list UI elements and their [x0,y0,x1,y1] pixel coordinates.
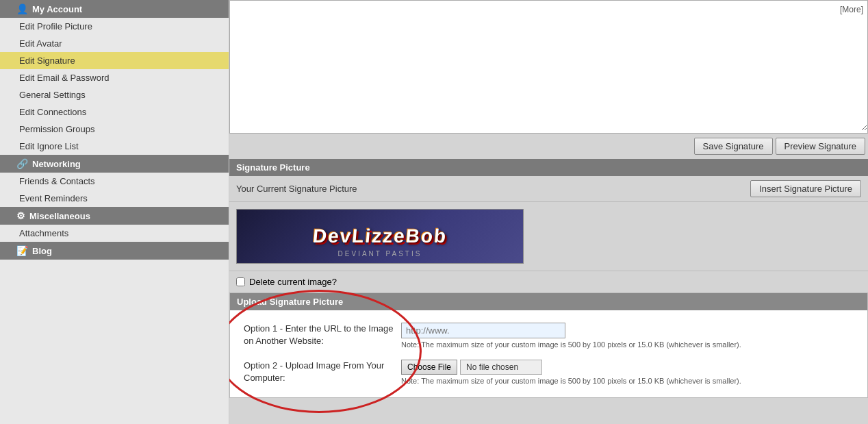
account-icon: 👤 [16,3,28,14]
sidebar-section-blog: 📝Blog [0,242,229,260]
signature-image: DevLizzeBob Deviant Pastis [236,209,524,264]
sidebar-item-edit-ignore-list[interactable]: Edit Ignore List [0,138,229,155]
sidebar-section-label-account: My Account [32,4,82,14]
upload-url-input[interactable] [401,323,565,338]
signature-picture-header: Signature Picture [229,159,868,176]
sidebar-item-attachments[interactable]: Attachments [0,225,229,242]
signature-image-area: DevLizzeBob Deviant Pastis [229,202,868,271]
miscellaneous-icon: ⚙ [16,210,25,221]
sidebar-item-event-reminders[interactable]: Event Reminders [0,190,229,207]
current-picture-row: Your Current Signature Picture Insert Si… [229,176,868,202]
current-picture-label: Your Current Signature Picture [236,184,357,194]
save-signature-button[interactable]: Save Signature [694,138,773,155]
delete-image-row: Delete current image? [229,271,868,292]
delete-image-label[interactable]: Delete current image? [249,277,337,287]
sidebar-item-edit-profile-picture[interactable]: Edit Profile Picture [0,18,229,35]
upload-option1-note: Note: The maximum size of your custom im… [401,340,854,349]
sig-image-subtitle: Deviant Pastis [338,250,422,258]
upload-option2-note: Note: The maximum size of your custom im… [401,377,854,385]
insert-signature-picture-button[interactable]: Insert Signature Picture [750,180,861,197]
sidebar-item-friends-contacts[interactable]: Friends & Contacts [0,173,229,190]
upload-option1-control: Note: The maximum size of your custom im… [401,323,854,349]
upload-option2-control: Choose File No file chosen Note: The max… [401,360,854,385]
upload-option2-label: Option 2 - Upload Image From Your Comput… [244,360,394,384]
upload-section-title: Upload Signature Picture [237,297,343,307]
main-content: [More] Save Signature Preview Signature … [229,0,868,424]
upload-option1-label: Option 1 - Enter the URL to the Image on… [244,323,394,347]
upload-option1-row: Option 1 - Enter the URL to the Image on… [244,317,854,354]
sidebar-item-general-settings[interactable]: General Settings [0,86,229,103]
networking-icon: 🔗 [16,158,28,169]
signature-picture-title: Signature Picture [236,162,310,173]
sidebar-section-label-networking: Networking [32,159,81,169]
signature-picture-section: Signature Picture Your Current Signature… [229,159,868,292]
sidebar-item-permission-groups[interactable]: Permission Groups [0,121,229,138]
more-link[interactable]: [More] [840,5,863,14]
file-upload-row: Choose File No file chosen [401,360,854,375]
choose-file-button[interactable]: Choose File [401,360,457,375]
sidebar-item-edit-signature[interactable]: Edit Signature [0,52,229,69]
blog-icon: 📝 [16,245,28,256]
sidebar-section-label-blog: Blog [32,246,52,256]
delete-image-checkbox[interactable] [236,277,245,286]
sidebar-section-miscellaneous: ⚙Miscellaneous [0,207,229,225]
sidebar-item-edit-avatar[interactable]: Edit Avatar [0,35,229,52]
sidebar-section-account: 👤My Account [0,0,229,18]
upload-options-wrapper: Option 1 - Enter the URL to the Image on… [230,310,867,397]
upload-section-header: Upload Signature Picture [230,293,867,310]
preview-signature-button[interactable]: Preview Signature [776,138,866,155]
action-buttons-row: Save Signature Preview Signature [229,134,868,159]
signature-textarea[interactable] [230,1,867,131]
upload-section: Upload Signature Picture Option 1 - Ente… [229,292,868,398]
file-name-display: No file chosen [460,360,542,375]
sidebar-item-edit-email-password[interactable]: Edit Email & Password [0,69,229,86]
sidebar-item-edit-connections[interactable]: Edit Connections [0,103,229,121]
sidebar-section-label-miscellaneous: Miscellaneous [29,211,90,221]
sig-image-text: DevLizzeBob [311,225,448,247]
signature-editor: [More] [229,0,868,134]
sidebar: 👤My AccountEdit Profile PictureEdit Avat… [0,0,229,424]
upload-option2-row: Option 2 - Upload Image From Your Comput… [244,354,854,390]
sidebar-section-networking: 🔗Networking [0,155,229,173]
